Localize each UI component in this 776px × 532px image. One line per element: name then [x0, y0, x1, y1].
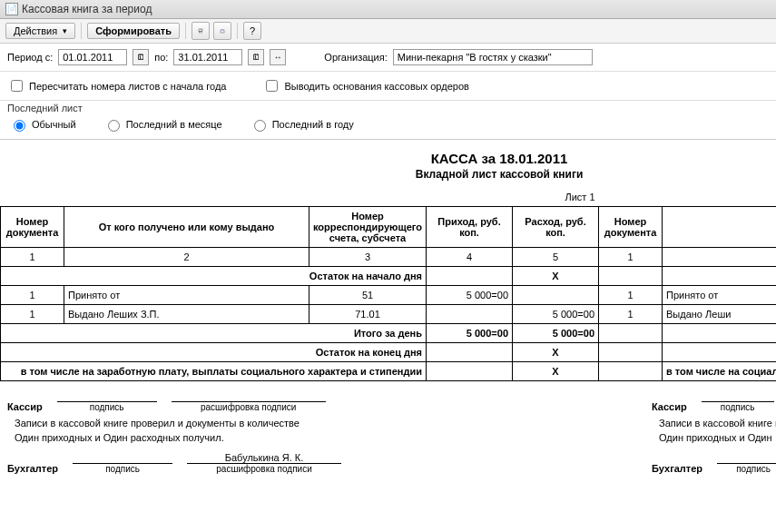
org-label: Организация:: [324, 52, 387, 63]
toolbar-divider: [237, 23, 238, 39]
check-text-1b: Записи в кассовой книге пр: [652, 414, 776, 432]
svg-rect-1: [200, 32, 202, 34]
calendar-to-icon[interactable]: 🗓: [248, 49, 264, 65]
toolbar-divider: [81, 23, 82, 39]
col-who: От кого получено или кому выдано: [64, 207, 309, 248]
report-area[interactable]: КАССА за 18.01.2011 Вкладной лист кассов…: [0, 140, 776, 476]
report-subtitle: Вкладной лист кассовой книги: [0, 168, 776, 188]
table-row: 1 Принято от 51 5 000=00 1 Принято от: [1, 286, 777, 305]
toolbar: Действия Сформировать ?: [0, 19, 776, 44]
app-icon: 📄: [5, 3, 18, 15]
col-number-row: 1 2 3 4 5 1: [1, 248, 777, 267]
incl-row: в том числе на заработную плату, выплаты…: [1, 362, 777, 381]
signatures-block: Кассир подпись расшифровка подписи Запис…: [0, 381, 776, 476]
actions-menu[interactable]: Действия: [5, 23, 75, 39]
accountant-label: Бухгалтер: [7, 463, 58, 474]
settings-icon[interactable]: [213, 22, 231, 40]
col-doc-num2: Номер документа: [599, 207, 663, 248]
svg-rect-2: [221, 30, 224, 33]
last-sheet-legend: Последний лист: [0, 101, 776, 113]
cashier-label-2: Кассир: [652, 401, 687, 412]
report-title: КАССА за 18.01.2011: [0, 140, 776, 168]
col-corr-acc: Номер корреспондирующего счета, субсчета: [309, 207, 427, 248]
report-table: Лист 1 Номер документа От кого получено …: [0, 188, 776, 381]
col-expense: Расход, руб. коп.: [513, 207, 599, 248]
period-from-label: Период с:: [7, 52, 53, 63]
options-bar: Пересчитать номера листов с начала года …: [0, 72, 776, 101]
col-who2: От кого п: [663, 207, 776, 248]
sheet-label: Лист 1: [513, 188, 599, 207]
org-input[interactable]: [393, 49, 593, 65]
day-total-row: Итого за день 5 000=00 5 000=00: [1, 324, 777, 343]
period-select-icon[interactable]: ↔: [270, 49, 286, 65]
cashier-label: Кассир: [7, 401, 43, 412]
svg-rect-3: [221, 29, 223, 30]
show-basis-checkbox[interactable]: [266, 80, 278, 92]
last-sheet-group: Обычный Последний в месяце Последний в г…: [0, 113, 776, 140]
toolbar-divider: [185, 23, 186, 39]
col-income: Приход, руб. коп.: [427, 207, 513, 248]
last-sheet-month-radio[interactable]: [108, 120, 120, 132]
accountant-name: Бабулькина Я. К.: [187, 452, 341, 464]
check-text-1: Записи в кассовой книге проверил и докум…: [7, 414, 624, 432]
print-icon[interactable]: [192, 22, 210, 40]
check-text-2: Один приходных и Один расходных получил.: [7, 432, 624, 447]
period-from-input[interactable]: [58, 49, 127, 65]
help-icon[interactable]: ?: [243, 22, 261, 40]
check-text-2b: Один приходных и Один: [652, 432, 776, 447]
window-title-bar: 📄 Кассовая книга за период: [0, 0, 776, 19]
col-doc-num: Номер документа: [1, 207, 64, 248]
recalc-numbers-label: Пересчитать номера листов с начала года: [29, 81, 226, 92]
accountant-label-2: Бухгалтер: [652, 463, 702, 474]
open-balance-row: Остаток на начало дня X: [1, 267, 777, 286]
period-params: Период с: 🗓 по: 🗓 ↔ Организация:: [0, 44, 776, 72]
form-report-button[interactable]: Сформировать: [87, 23, 180, 39]
period-to-label: по:: [154, 52, 168, 63]
window-title: Кассовая книга за период: [22, 3, 152, 15]
show-basis-label: Выводить основания кассовых ордеров: [284, 81, 468, 92]
period-to-input[interactable]: [173, 49, 242, 65]
last-sheet-normal-radio[interactable]: [14, 120, 25, 132]
close-balance-row: Остаток на конец дня X: [1, 343, 777, 362]
last-sheet-year-radio[interactable]: [254, 120, 266, 132]
recalc-numbers-checkbox[interactable]: [11, 80, 23, 92]
calendar-from-icon[interactable]: 🗓: [133, 49, 149, 65]
table-row: 1 Выдано Леших З.П. 71.01 5 000=00 1 Выд…: [1, 305, 777, 324]
